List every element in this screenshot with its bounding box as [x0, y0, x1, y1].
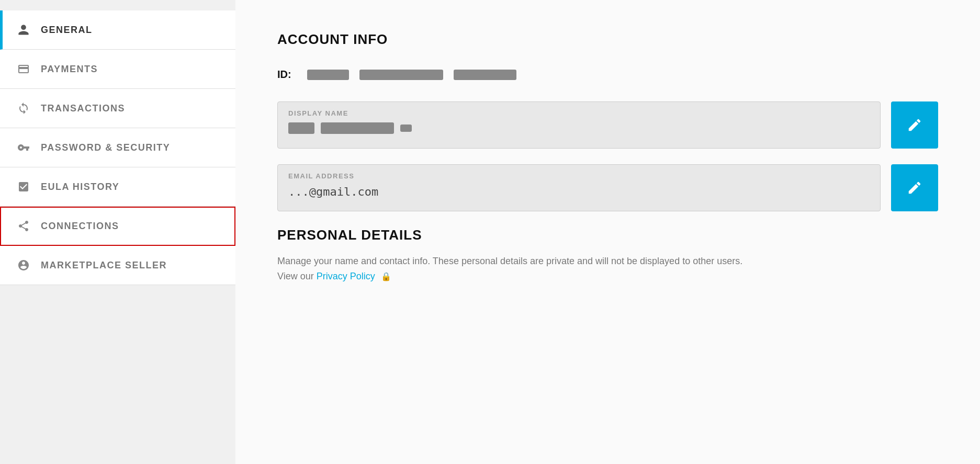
transactions-icon [16, 100, 31, 116]
email-address-label: EMAIL ADDRESS [288, 172, 870, 180]
lock-icon: 🔒 [381, 270, 391, 284]
sidebar-item-payments-label: PAYMENTS [41, 64, 98, 75]
email-address-edit-button[interactable] [891, 164, 938, 211]
sidebar-item-connections-label: CONNECTIONS [41, 221, 119, 232]
id-label: ID: [277, 69, 291, 81]
sidebar-item-password-security-label: PASSWORD & SECURITY [41, 142, 170, 153]
main-content: ACCOUNT INFO ID: DISPLAY NAME EMAIL ADDR… [235, 0, 980, 464]
id-value-part2 [359, 70, 443, 80]
id-value-part1 [307, 70, 349, 80]
sidebar-item-transactions-label: TRANSACTIONS [41, 103, 125, 114]
id-value-part3 [454, 70, 516, 80]
display-name-redact-2 [321, 122, 394, 134]
display-name-row: DISPLAY NAME [277, 101, 938, 149]
display-name-redact-1 [288, 122, 314, 134]
display-name-field: DISPLAY NAME [277, 101, 881, 149]
eula-icon [16, 179, 31, 195]
seller-icon [16, 257, 31, 273]
sidebar-item-eula-history[interactable]: EULA HISTORY [0, 167, 235, 207]
email-address-row: EMAIL ADDRESS ...@gmail.com [277, 164, 938, 211]
sidebar-item-eula-history-label: EULA HISTORY [41, 182, 119, 193]
id-row: ID: [277, 69, 938, 81]
display-name-edit-button[interactable] [891, 101, 938, 149]
sidebar-item-marketplace-seller[interactable]: MARKETPLACE SELLER [0, 246, 235, 285]
sidebar: GENERAL PAYMENTS TRANSACTIONS PASSWORD &… [0, 0, 235, 464]
sidebar-item-transactions[interactable]: TRANSACTIONS [0, 89, 235, 128]
sidebar-item-marketplace-seller-label: MARKETPLACE SELLER [41, 260, 167, 271]
display-name-redact-3 [400, 125, 412, 132]
sidebar-item-general-label: GENERAL [41, 25, 93, 36]
key-icon [16, 140, 31, 155]
sidebar-item-password-security[interactable]: PASSWORD & SECURITY [0, 128, 235, 167]
email-address-field: EMAIL ADDRESS ...@gmail.com [277, 164, 881, 211]
privacy-policy-link[interactable]: Privacy Policy [317, 271, 375, 281]
display-name-label: DISPLAY NAME [288, 109, 870, 117]
connections-icon [16, 218, 31, 234]
personal-details-title: PERSONAL DETAILS [277, 227, 938, 243]
sidebar-item-payments[interactable]: PAYMENTS [0, 50, 235, 89]
sidebar-item-general[interactable]: GENERAL [0, 10, 235, 50]
payments-icon [16, 61, 31, 77]
account-info-title: ACCOUNT INFO [277, 31, 938, 48]
email-address-value: ...@gmail.com [288, 185, 870, 198]
person-icon [16, 22, 31, 38]
display-name-value [288, 122, 870, 134]
sidebar-item-connections[interactable]: CONNECTIONS [0, 207, 235, 246]
personal-details-text: Manage your name and contact info. These… [277, 254, 748, 284]
